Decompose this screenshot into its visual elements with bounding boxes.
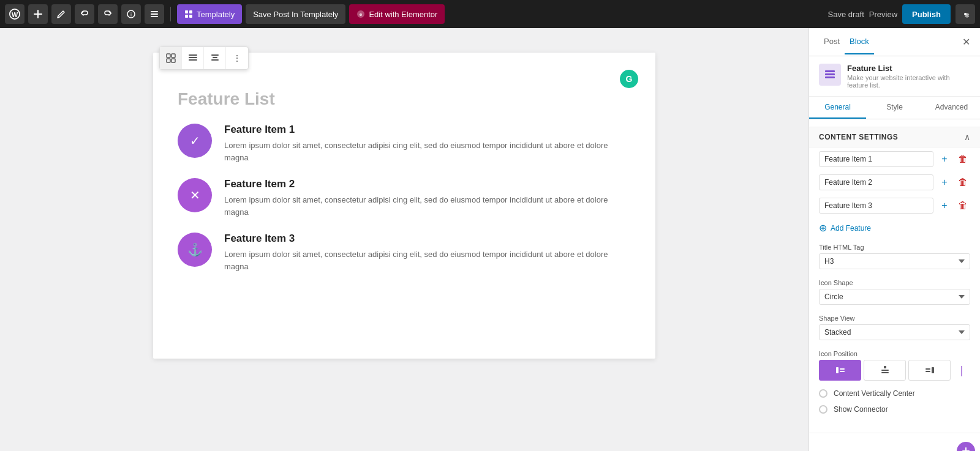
feature-item-title-2: Feature Item 2 bbox=[224, 178, 631, 190]
svg-text:e: e bbox=[360, 12, 363, 17]
svg-rect-22 bbox=[211, 59, 219, 61]
purple-bottom-icon[interactable] bbox=[957, 442, 975, 451]
topbar-right: Save draft Preview Publish bbox=[828, 4, 975, 24]
feature-item-add-2[interactable]: + bbox=[937, 175, 952, 190]
info-button[interactable]: i bbox=[121, 4, 141, 24]
tab-post[interactable]: Post bbox=[819, 29, 845, 54]
position-left-button[interactable] bbox=[819, 360, 861, 381]
svg-rect-13 bbox=[167, 54, 170, 58]
feature-row-1: + 🗑 bbox=[809, 147, 980, 171]
feature-item-desc-3: Lorem ipsum dolor sit amet, consectetur … bbox=[224, 248, 631, 272]
svg-rect-4 bbox=[151, 11, 158, 12]
svg-rect-16 bbox=[172, 59, 175, 62]
shape-view-group: Shape View Stacked Framed Default bbox=[809, 310, 980, 345]
settings-button[interactable] bbox=[956, 4, 975, 24]
feature-item-input-2[interactable] bbox=[819, 174, 933, 190]
icon-position-group: Icon Position | bbox=[809, 345, 980, 386]
icon-shape-label: Icon Shape bbox=[819, 279, 970, 286]
content-settings-header[interactable]: Content Settings ∧ bbox=[809, 127, 980, 147]
feature-item-add-3[interactable]: + bbox=[937, 198, 952, 213]
svg-rect-10 bbox=[189, 15, 192, 18]
editor-canvas: ⋮ G Feature List ✓ Feature Item 1 Lorem … bbox=[153, 53, 655, 359]
svg-rect-31 bbox=[881, 372, 889, 373]
sidebar: Post Block ✕ Feature List Make your webs… bbox=[809, 28, 980, 451]
svg-rect-21 bbox=[213, 57, 217, 58]
undo-button[interactable] bbox=[75, 4, 94, 24]
content-settings-toggle[interactable]: ∧ bbox=[964, 132, 970, 142]
feature-content-2: Feature Item 2 Lorem ipsum dolor sit ame… bbox=[224, 178, 631, 218]
feature-item-remove-2[interactable]: 🗑 bbox=[956, 175, 970, 190]
svg-rect-19 bbox=[189, 59, 197, 61]
add-feature-button[interactable]: ⊕ Add Feature bbox=[809, 217, 980, 239]
subtab-style[interactable]: Style bbox=[866, 97, 923, 119]
content-vertically-center-row: Content Vertically Center bbox=[809, 386, 980, 401]
title-html-tag-label: Title HTML Tag bbox=[819, 244, 970, 251]
svg-rect-20 bbox=[211, 54, 219, 56]
icon-shape-group: Icon Shape Circle Square bbox=[809, 274, 980, 310]
add-feature-icon: ⊕ bbox=[819, 222, 827, 234]
show-connector-label: Show Connector bbox=[834, 405, 888, 414]
add-block-button[interactable] bbox=[28, 4, 48, 24]
more-options-button[interactable]: ⋮ bbox=[226, 47, 248, 69]
content-vertically-center-toggle[interactable] bbox=[819, 389, 827, 398]
wp-logo[interactable]: W bbox=[5, 4, 24, 24]
list-view-button[interactable] bbox=[145, 4, 164, 24]
align-left-button[interactable] bbox=[182, 47, 204, 69]
svg-rect-33 bbox=[925, 368, 930, 370]
feature-item-input-3[interactable] bbox=[819, 198, 933, 214]
feature-content-3: Feature Item 3 Lorem ipsum dolor sit ame… bbox=[224, 233, 631, 272]
feature-item-add-1[interactable]: + bbox=[937, 152, 952, 166]
title-html-tag-select[interactable]: H3 H1 H2 H4 H5 H6 bbox=[819, 253, 970, 269]
feature-row-3: + 🗑 bbox=[809, 194, 980, 217]
editor-area: ⋮ G Feature List ✓ Feature Item 1 Lorem … bbox=[0, 28, 809, 451]
svg-rect-23 bbox=[825, 70, 835, 72]
position-btns: | bbox=[819, 360, 970, 381]
icon-position-label: Icon Position bbox=[819, 350, 970, 357]
feature-icon-3: ⚓ bbox=[178, 233, 212, 267]
redo-button[interactable] bbox=[98, 4, 118, 24]
svg-rect-28 bbox=[840, 371, 845, 372]
feature-item-title-3: Feature Item 3 bbox=[224, 233, 631, 245]
feature-icon-2: ✕ bbox=[178, 178, 212, 212]
templately-button[interactable]: Templately bbox=[177, 4, 242, 24]
block-type-button[interactable] bbox=[160, 47, 182, 69]
sidebar-subtabs: General Style Advanced bbox=[809, 97, 980, 119]
feature-icon-1: ✓ bbox=[178, 124, 212, 158]
add-feature-label: Add Feature bbox=[831, 224, 871, 233]
subtab-advanced[interactable]: Advanced bbox=[923, 97, 980, 119]
show-connector-row: Show Connector bbox=[809, 401, 980, 417]
feature-item-remove-3[interactable]: 🗑 bbox=[956, 198, 970, 213]
align-center-button[interactable] bbox=[204, 47, 226, 69]
preview-button[interactable]: Preview bbox=[869, 10, 897, 19]
feature-item-remove-1[interactable]: 🗑 bbox=[956, 152, 970, 166]
sidebar-close-button[interactable]: ✕ bbox=[962, 36, 970, 48]
elementor-label: Edit with Elementor bbox=[369, 10, 437, 19]
content-vertically-center-label: Content Vertically Center bbox=[834, 389, 915, 398]
shape-view-label: Shape View bbox=[819, 315, 970, 322]
block-info-desc: Make your website interactive with featu… bbox=[847, 74, 970, 89]
icon-shape-select[interactable]: Circle Square bbox=[819, 289, 970, 305]
feature-item-desc-2: Lorem ipsum dolor sit amet, consectetur … bbox=[224, 194, 631, 218]
tab-block[interactable]: Block bbox=[845, 29, 874, 54]
elementor-button[interactable]: e Edit with Elementor bbox=[349, 4, 445, 24]
svg-rect-29 bbox=[884, 366, 886, 368]
feature-item-input-1[interactable] bbox=[819, 151, 933, 167]
subtab-general[interactable]: General bbox=[809, 97, 866, 119]
svg-rect-9 bbox=[185, 15, 188, 18]
show-connector-toggle[interactable] bbox=[819, 405, 827, 414]
shape-view-select[interactable]: Stacked Framed Default bbox=[819, 324, 970, 340]
feature-item-2: ✕ Feature Item 2 Lorem ipsum dolor sit a… bbox=[178, 178, 631, 218]
svg-text:W: W bbox=[12, 11, 18, 18]
position-right-button[interactable] bbox=[908, 360, 951, 381]
feature-item-title-1: Feature Item 1 bbox=[224, 124, 631, 136]
svg-text:i: i bbox=[130, 12, 132, 18]
svg-rect-34 bbox=[925, 371, 930, 372]
svg-rect-27 bbox=[840, 368, 845, 370]
publish-button[interactable]: Publish bbox=[902, 4, 951, 24]
save-post-button[interactable]: Save Post In Templately bbox=[246, 4, 345, 24]
svg-rect-15 bbox=[167, 59, 170, 62]
save-draft-button[interactable]: Save draft bbox=[828, 10, 864, 19]
edit-icon-button[interactable] bbox=[51, 4, 71, 24]
feature-row-2: + 🗑 bbox=[809, 171, 980, 194]
position-center-button[interactable] bbox=[864, 360, 906, 381]
